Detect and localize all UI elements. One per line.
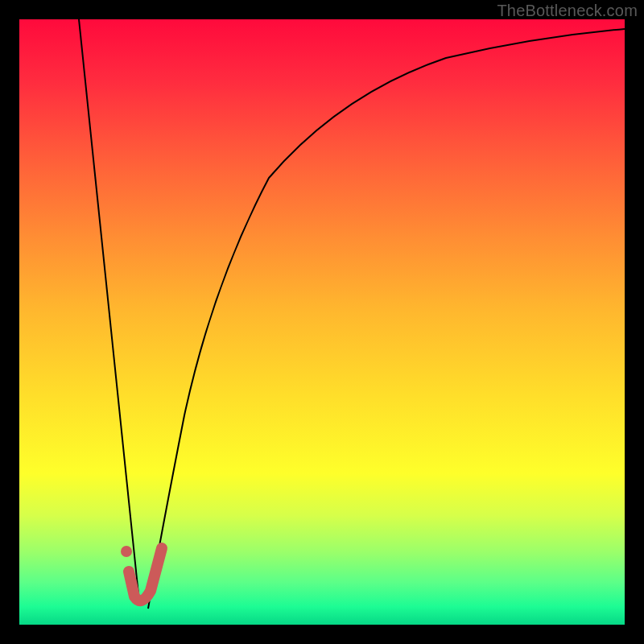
chart-frame: TheBottleneck.com xyxy=(0,0,644,644)
curves-layer xyxy=(19,19,625,625)
watermark-text: TheBottleneck.com xyxy=(497,2,638,20)
optimal-marker-dot xyxy=(121,546,132,557)
right-rising-curve xyxy=(148,29,625,609)
left-descending-line xyxy=(79,19,139,602)
plot-area xyxy=(19,19,625,625)
